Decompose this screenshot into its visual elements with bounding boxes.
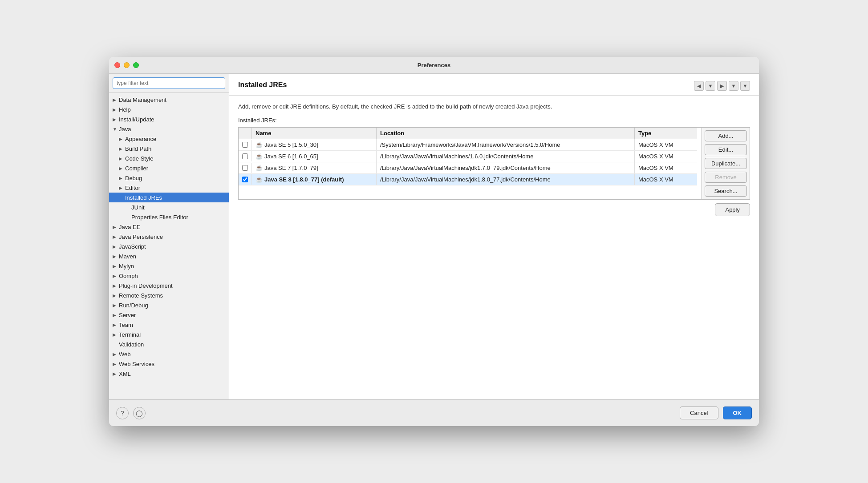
sidebar-item-mylyn[interactable]: ▶Mylyn	[109, 261, 229, 271]
nav-dropdown-button[interactable]: ▼	[706, 81, 715, 91]
remove-button[interactable]: Remove	[705, 172, 747, 183]
sidebar-item-label: XML	[119, 370, 229, 377]
nav-menu-button[interactable]: ▼	[740, 81, 750, 91]
sidebar-item-label: Help	[119, 106, 229, 113]
jre-icon: ☕	[256, 165, 263, 171]
sidebar-item-installed-jres[interactable]: Installed JREs	[109, 193, 229, 202]
jre-icon: ☕	[256, 153, 263, 160]
minimize-button[interactable]	[124, 62, 130, 68]
add-button[interactable]: Add...	[705, 130, 747, 141]
sidebar-item-editor[interactable]: ▶Editor	[109, 183, 229, 193]
maximize-button[interactable]	[133, 62, 139, 68]
row-name: ☕Java SE 8 [1.8.0_77] (default)	[252, 174, 377, 185]
sidebar-item-junit[interactable]: JUnit	[109, 202, 229, 212]
sidebar-item-web[interactable]: ▶Web	[109, 349, 229, 359]
sidebar-item-javascript[interactable]: ▶JavaScript	[109, 242, 229, 251]
preferences-window: Preferences ▶Data Management▶Help▶Instal…	[109, 57, 759, 426]
table-row[interactable]: ☕Java SE 7 [1.7.0_79]/Library/Java/JavaV…	[239, 162, 697, 174]
table-row[interactable]: ☕Java SE 6 [1.6.0_65]/Library/Java/JavaV…	[239, 151, 697, 162]
jre-rows: ☕Java SE 5 [1.5.0_30]/System/Library/Fra…	[239, 139, 697, 185]
sidebar-item-label: Web Services	[119, 361, 229, 367]
installed-jres-label: Installed JREs:	[238, 117, 750, 124]
help-button[interactable]: ?	[116, 407, 129, 419]
tree-arrow-icon: ▶	[119, 185, 125, 190]
edit-button[interactable]: Edit...	[705, 144, 747, 155]
tree-arrow-icon: ▶	[113, 234, 119, 239]
footer-right: Cancel OK	[680, 407, 752, 419]
sidebar-item-plug-in-development[interactable]: ▶Plug-in Development	[109, 281, 229, 290]
sidebar-item-data-management[interactable]: ▶Data Management	[109, 95, 229, 105]
sidebar-item-oomph[interactable]: ▶Oomph	[109, 271, 229, 281]
col-name: Name	[252, 128, 377, 139]
sidebar-item-java-ee[interactable]: ▶Java EE	[109, 222, 229, 232]
sidebar-item-label: Remote Systems	[119, 292, 229, 299]
sidebar-item-label: Installed JREs	[125, 194, 229, 201]
sidebar-item-install-update[interactable]: ▶Install/Update	[109, 114, 229, 124]
sidebar-item-java-persistence[interactable]: ▶Java Persistence	[109, 232, 229, 242]
sidebar-item-run-debug[interactable]: ▶Run/Debug	[109, 300, 229, 310]
sidebar-item-remote-systems[interactable]: ▶Remote Systems	[109, 290, 229, 300]
tree-arrow-icon: ▶	[119, 156, 125, 161]
ok-button[interactable]: OK	[723, 407, 752, 419]
sidebar-item-code-style[interactable]: ▶Code Style	[109, 153, 229, 163]
sidebar-item-label: Java	[119, 126, 229, 133]
row-checkbox-cell	[239, 174, 252, 185]
table-header: Name Location Type	[239, 128, 697, 139]
row-name: ☕Java SE 7 [1.7.0_79]	[252, 162, 377, 173]
sidebar-item-label: JavaScript	[119, 243, 229, 250]
row-type: MacOS X VM	[635, 162, 697, 173]
sidebar-item-maven[interactable]: ▶Maven	[109, 251, 229, 261]
sidebar-item-xml[interactable]: ▶XML	[109, 369, 229, 378]
sidebar-item-label: Web	[119, 351, 229, 358]
row-type: MacOS X VM	[635, 151, 697, 162]
tree-arrow-icon: ▶	[113, 303, 119, 308]
description-text: Add, remove or edit JRE definitions. By …	[238, 103, 750, 111]
tree-arrow-icon: ▶	[113, 362, 119, 366]
row-type: MacOS X VM	[635, 139, 697, 150]
sidebar-item-properties-files-editor[interactable]: Properties Files Editor	[109, 212, 229, 222]
table-row[interactable]: ☕Java SE 8 [1.8.0_77] (default)/Library/…	[239, 174, 697, 185]
sidebar-item-server[interactable]: ▶Server	[109, 310, 229, 320]
search-box	[109, 74, 229, 93]
footer-left: ? ◯	[116, 407, 146, 419]
main-content: ▶Data Management▶Help▶Install/Update▼Jav…	[109, 74, 759, 399]
duplicate-button[interactable]: Duplicate...	[705, 158, 747, 169]
jre-icon: ☕	[256, 176, 263, 183]
tree-area: ▶Data Management▶Help▶Install/Update▼Jav…	[109, 93, 229, 399]
sidebar-item-java[interactable]: ▼Java	[109, 124, 229, 134]
sidebar-item-label: Properties Files Editor	[131, 214, 229, 221]
row-location: /Library/Java/JavaVirtualMachines/1.6.0.…	[377, 151, 635, 162]
sidebar-item-debug[interactable]: ▶Debug	[109, 173, 229, 183]
window-title: Preferences	[418, 62, 450, 68]
sidebar-item-terminal[interactable]: ▶Terminal	[109, 330, 229, 339]
checkbox-jre5[interactable]	[242, 142, 248, 148]
checkbox-jre7[interactable]	[242, 165, 248, 171]
checkbox-jre6[interactable]	[242, 153, 248, 159]
nav-back-button[interactable]: ◀	[694, 81, 704, 91]
checkbox-jre8[interactable]	[242, 177, 248, 182]
sidebar-item-help[interactable]: ▶Help	[109, 105, 229, 114]
row-location: /System/Library/Frameworks/JavaVM.framew…	[377, 139, 635, 150]
jre-table: Name Location Type ☕Java SE 5 [1.5.0_30]…	[239, 128, 697, 199]
footer: ? ◯ Cancel OK	[109, 399, 759, 426]
col-location: Location	[377, 128, 635, 139]
apply-button[interactable]: Apply	[715, 203, 750, 216]
filter-input[interactable]	[113, 77, 225, 89]
sidebar-item-web-services[interactable]: ▶Web Services	[109, 359, 229, 369]
tree-arrow-icon: ▶	[113, 352, 119, 357]
nav-forward-button[interactable]: ▶	[717, 81, 727, 91]
content-header: Installed JREs ◀ ▼ ▶ ▼ ▼	[229, 74, 759, 96]
sidebar-item-appearance[interactable]: ▶Appearance	[109, 134, 229, 144]
sidebar-item-build-path[interactable]: ▶Build Path	[109, 144, 229, 153]
tree-arrow-icon: ▶	[113, 274, 119, 278]
jre-icon: ☕	[256, 141, 263, 148]
sidebar-item-validation[interactable]: Validation	[109, 339, 229, 349]
nav-forward-dropdown-button[interactable]: ▼	[729, 81, 738, 91]
sidebar-item-compiler[interactable]: ▶Compiler	[109, 163, 229, 173]
search-button[interactable]: Search...	[705, 185, 747, 197]
close-button[interactable]	[114, 62, 120, 68]
table-row[interactable]: ☕Java SE 5 [1.5.0_30]/System/Library/Fra…	[239, 139, 697, 151]
cancel-button[interactable]: Cancel	[680, 407, 718, 419]
sidebar-item-team[interactable]: ▶Team	[109, 320, 229, 330]
stop-button[interactable]: ◯	[133, 407, 146, 419]
